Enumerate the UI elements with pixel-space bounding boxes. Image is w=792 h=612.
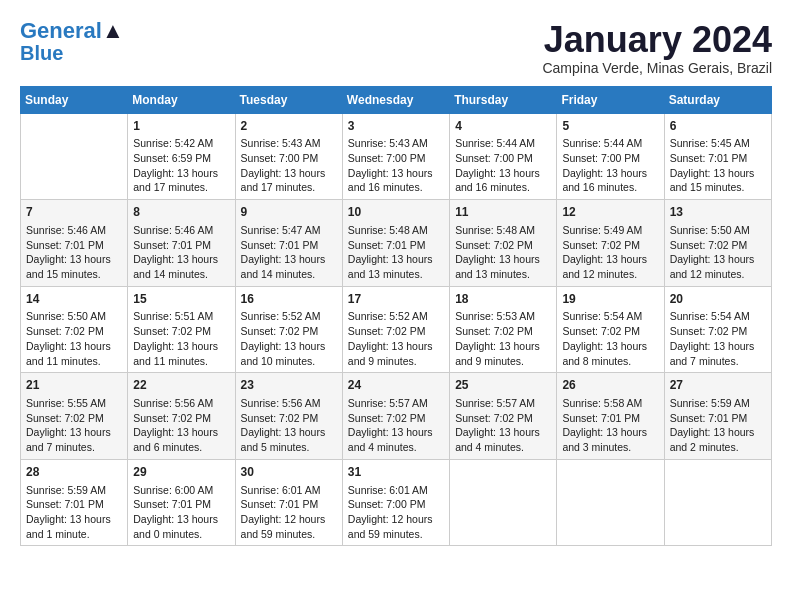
- cell-info: Sunset: 7:01 PM: [26, 497, 122, 512]
- week-row-3: 14Sunrise: 5:50 AMSunset: 7:02 PMDayligh…: [21, 286, 772, 373]
- cell-info: and 17 minutes.: [133, 180, 229, 195]
- calendar-cell: 16Sunrise: 5:52 AMSunset: 7:02 PMDayligh…: [235, 286, 342, 373]
- cell-info: Daylight: 13 hours: [348, 252, 444, 267]
- cell-info: Sunset: 6:59 PM: [133, 151, 229, 166]
- calendar-cell: 26Sunrise: 5:58 AMSunset: 7:01 PMDayligh…: [557, 373, 664, 460]
- day-number: 8: [133, 204, 229, 221]
- col-header-monday: Monday: [128, 86, 235, 113]
- cell-info: Sunrise: 5:48 AM: [455, 223, 551, 238]
- calendar-cell: 20Sunrise: 5:54 AMSunset: 7:02 PMDayligh…: [664, 286, 771, 373]
- cell-info: and 11 minutes.: [133, 354, 229, 369]
- calendar-cell: 6Sunrise: 5:45 AMSunset: 7:01 PMDaylight…: [664, 113, 771, 200]
- calendar-cell: 18Sunrise: 5:53 AMSunset: 7:02 PMDayligh…: [450, 286, 557, 373]
- week-row-5: 28Sunrise: 5:59 AMSunset: 7:01 PMDayligh…: [21, 459, 772, 546]
- calendar-cell: 28Sunrise: 5:59 AMSunset: 7:01 PMDayligh…: [21, 459, 128, 546]
- cell-info: Sunrise: 5:46 AM: [26, 223, 122, 238]
- week-row-1: 1Sunrise: 5:42 AMSunset: 6:59 PMDaylight…: [21, 113, 772, 200]
- col-header-wednesday: Wednesday: [342, 86, 449, 113]
- col-header-saturday: Saturday: [664, 86, 771, 113]
- calendar-cell: 23Sunrise: 5:56 AMSunset: 7:02 PMDayligh…: [235, 373, 342, 460]
- cell-info: Sunset: 7:02 PM: [348, 411, 444, 426]
- calendar-cell: 31Sunrise: 6:01 AMSunset: 7:00 PMDayligh…: [342, 459, 449, 546]
- day-number: 29: [133, 464, 229, 481]
- cell-info: Daylight: 13 hours: [241, 339, 337, 354]
- cell-info: Sunrise: 5:54 AM: [670, 309, 766, 324]
- month-title: January 2024: [542, 20, 772, 60]
- cell-info: Sunset: 7:02 PM: [241, 411, 337, 426]
- cell-info: Sunrise: 5:47 AM: [241, 223, 337, 238]
- cell-info: Sunset: 7:02 PM: [26, 324, 122, 339]
- day-number: 19: [562, 291, 658, 308]
- calendar-cell: [450, 459, 557, 546]
- cell-info: Daylight: 13 hours: [26, 512, 122, 527]
- cell-info: and 7 minutes.: [26, 440, 122, 455]
- cell-info: and 59 minutes.: [241, 527, 337, 542]
- cell-info: Daylight: 13 hours: [670, 252, 766, 267]
- cell-info: Daylight: 13 hours: [133, 166, 229, 181]
- cell-info: and 15 minutes.: [26, 267, 122, 282]
- cell-info: Daylight: 13 hours: [562, 425, 658, 440]
- cell-info: Sunset: 7:01 PM: [670, 151, 766, 166]
- cell-info: Daylight: 13 hours: [348, 425, 444, 440]
- day-number: 25: [455, 377, 551, 394]
- calendar-cell: [664, 459, 771, 546]
- cell-info: Daylight: 13 hours: [133, 339, 229, 354]
- cell-info: Sunrise: 6:00 AM: [133, 483, 229, 498]
- day-number: 18: [455, 291, 551, 308]
- cell-info: Sunrise: 5:43 AM: [241, 136, 337, 151]
- cell-info: and 1 minute.: [26, 527, 122, 542]
- cell-info: and 13 minutes.: [455, 267, 551, 282]
- cell-info: and 10 minutes.: [241, 354, 337, 369]
- col-header-thursday: Thursday: [450, 86, 557, 113]
- day-number: 15: [133, 291, 229, 308]
- calendar-cell: 29Sunrise: 6:00 AMSunset: 7:01 PMDayligh…: [128, 459, 235, 546]
- calendar-cell: 10Sunrise: 5:48 AMSunset: 7:01 PMDayligh…: [342, 200, 449, 287]
- cell-info: Sunset: 7:01 PM: [133, 238, 229, 253]
- day-number: 17: [348, 291, 444, 308]
- calendar-cell: [21, 113, 128, 200]
- calendar-cell: 27Sunrise: 5:59 AMSunset: 7:01 PMDayligh…: [664, 373, 771, 460]
- cell-info: and 14 minutes.: [133, 267, 229, 282]
- calendar-cell: [557, 459, 664, 546]
- calendar-cell: 25Sunrise: 5:57 AMSunset: 7:02 PMDayligh…: [450, 373, 557, 460]
- day-number: 31: [348, 464, 444, 481]
- cell-info: Daylight: 13 hours: [26, 339, 122, 354]
- calendar-cell: 3Sunrise: 5:43 AMSunset: 7:00 PMDaylight…: [342, 113, 449, 200]
- cell-info: Sunset: 7:01 PM: [241, 238, 337, 253]
- cell-info: Daylight: 13 hours: [348, 339, 444, 354]
- cell-info: Sunrise: 5:43 AM: [348, 136, 444, 151]
- cell-info: Sunrise: 5:42 AM: [133, 136, 229, 151]
- calendar-cell: 22Sunrise: 5:56 AMSunset: 7:02 PMDayligh…: [128, 373, 235, 460]
- cell-info: Sunset: 7:00 PM: [241, 151, 337, 166]
- calendar-cell: 30Sunrise: 6:01 AMSunset: 7:01 PMDayligh…: [235, 459, 342, 546]
- day-number: 28: [26, 464, 122, 481]
- cell-info: Sunrise: 5:45 AM: [670, 136, 766, 151]
- cell-info: and 11 minutes.: [26, 354, 122, 369]
- cell-info: Sunrise: 5:44 AM: [562, 136, 658, 151]
- cell-info: and 12 minutes.: [670, 267, 766, 282]
- cell-info: Sunset: 7:02 PM: [348, 324, 444, 339]
- cell-info: Sunset: 7:01 PM: [348, 238, 444, 253]
- cell-info: Sunrise: 5:59 AM: [26, 483, 122, 498]
- day-number: 30: [241, 464, 337, 481]
- cell-info: Daylight: 13 hours: [455, 425, 551, 440]
- cell-info: Sunset: 7:00 PM: [348, 497, 444, 512]
- cell-info: Sunset: 7:02 PM: [562, 238, 658, 253]
- week-row-4: 21Sunrise: 5:55 AMSunset: 7:02 PMDayligh…: [21, 373, 772, 460]
- logo-blue: Blue: [20, 42, 63, 64]
- cell-info: Daylight: 13 hours: [562, 339, 658, 354]
- day-number: 14: [26, 291, 122, 308]
- day-number: 23: [241, 377, 337, 394]
- day-number: 26: [562, 377, 658, 394]
- calendar-cell: 9Sunrise: 5:47 AMSunset: 7:01 PMDaylight…: [235, 200, 342, 287]
- cell-info: Sunrise: 5:50 AM: [26, 309, 122, 324]
- cell-info: Sunrise: 6:01 AM: [348, 483, 444, 498]
- cell-info: and 4 minutes.: [348, 440, 444, 455]
- cell-info: Daylight: 13 hours: [133, 425, 229, 440]
- cell-info: Sunset: 7:00 PM: [455, 151, 551, 166]
- cell-info: Sunrise: 5:57 AM: [348, 396, 444, 411]
- cell-info: Sunrise: 5:57 AM: [455, 396, 551, 411]
- cell-info: Sunrise: 5:58 AM: [562, 396, 658, 411]
- cell-info: Sunset: 7:02 PM: [670, 324, 766, 339]
- cell-info: Daylight: 13 hours: [455, 252, 551, 267]
